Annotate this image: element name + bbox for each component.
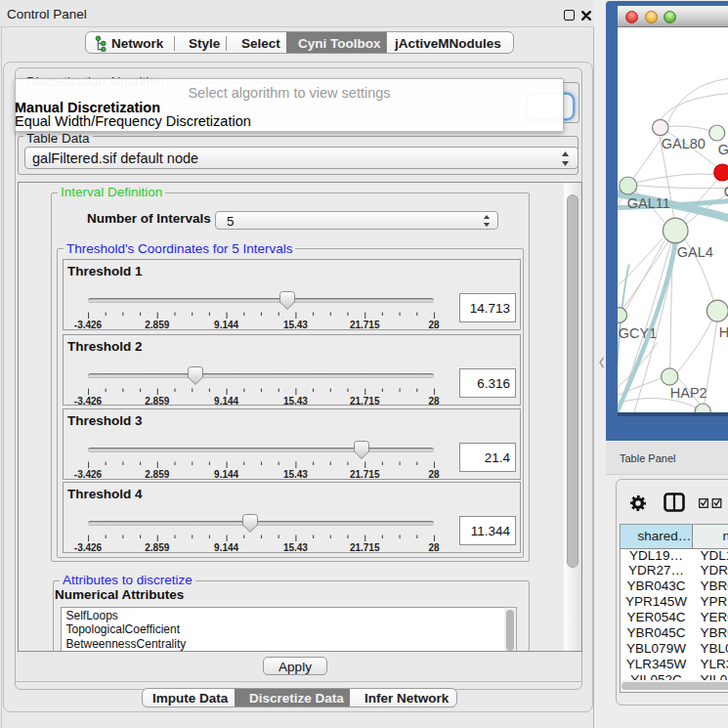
svg-text:GAL80: GAL80 [661,135,705,150]
svg-text:H: H [718,323,728,339]
svg-text:C: C [723,183,728,198]
svg-text:G.: G. [717,141,728,156]
svg-text:GAL11: GAL11 [626,194,669,210]
svg-text:GCY1: GCY1 [618,324,657,340]
svg-text:GAL4: GAL4 [676,243,712,259]
svg-text:HAP2: HAP2 [669,384,707,400]
